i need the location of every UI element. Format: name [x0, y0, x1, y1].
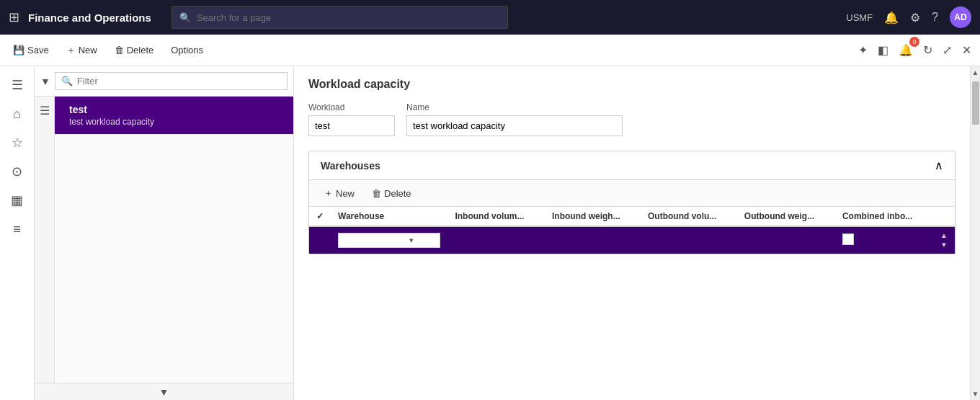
row-scroll-cell: ▲ ▼	[933, 226, 955, 254]
hamburger-icon[interactable]: ☰	[40, 104, 50, 117]
close-icon[interactable]: ✕	[959, 40, 974, 60]
filter-bar: ▼ 🔍	[35, 66, 293, 97]
warehouses-title: Warehouses	[321, 160, 380, 172]
warehouses-toolbar: ＋ New 🗑 Delete	[309, 180, 955, 207]
expand-icon[interactable]: ⤢	[940, 40, 955, 60]
sidebar-list-icon[interactable]: ≡	[4, 216, 30, 242]
col-check: ✓	[309, 207, 331, 226]
col-combined-inb: Combined inbo...	[835, 207, 933, 226]
new-icon: ＋	[66, 44, 76, 57]
list-scroll-down[interactable]: ▼	[35, 383, 293, 400]
combined-checkbox[interactable]	[842, 234, 854, 245]
delete-button[interactable]: 🗑 Delete	[107, 42, 161, 58]
warehouse-input[interactable]	[342, 235, 406, 246]
search-bar[interactable]: 🔍	[172, 6, 508, 29]
sidebar-icons: ☰ ⌂ ☆ ⊙ ▦ ≡	[0, 66, 35, 400]
main-layout: ☰ ⌂ ☆ ⊙ ▦ ≡ ▼ 🔍 ☰ test test workload cap…	[0, 66, 980, 400]
col-inbound-wt: Inbound weigh...	[545, 207, 641, 226]
left-panel: ▼ 🔍 ☰ test test workload capacity ▼	[35, 66, 294, 400]
grid-icon[interactable]: ⊞	[9, 9, 19, 25]
filter-icon: ▼	[40, 76, 50, 87]
list-items: test test workload capacity	[55, 97, 293, 383]
row-outbound-wt-cell[interactable]	[737, 226, 835, 254]
item-name: test	[69, 104, 285, 115]
table-header-row: ✓ Warehouse Inbound volum... Inbound wei…	[309, 207, 955, 226]
sidebar-star-icon[interactable]: ☆	[4, 130, 30, 156]
col-warehouse: Warehouse	[331, 207, 447, 226]
warehouses-new-icon: ＋	[324, 187, 333, 200]
row-warehouse-cell[interactable]: ▾	[331, 226, 447, 254]
toolbar: 💾 Save ＋ New 🗑 Delete Options ✦ ◧ 🔔 0 ↻ …	[0, 35, 980, 66]
toolbar-right: ✦ ◧ 🔔 0 ↻ ⤢ ✕	[855, 40, 974, 60]
table-row[interactable]: ▾	[309, 226, 955, 254]
col-inbound-vol: Inbound volum...	[447, 207, 545, 226]
filter-search-icon: 🔍	[61, 76, 73, 86]
top-nav: ⊞ Finance and Operations 🔍 USMF 🔔 ⚙ ? AD	[0, 0, 980, 35]
help-icon[interactable]: ?	[932, 11, 938, 24]
avatar[interactable]: AD	[950, 6, 971, 28]
save-button[interactable]: 💾 Save	[6, 42, 56, 58]
page-title: Workload capacity	[308, 78, 956, 91]
sidebar-home-icon[interactable]: ⌂	[4, 101, 30, 127]
col-outbound-wt: Outbound weig...	[737, 207, 835, 226]
row-scroll-down[interactable]: ▼	[940, 241, 948, 249]
scrollbar-down-arrow[interactable]: ▼	[970, 388, 980, 400]
warehouses-delete-button[interactable]: 🗑 Delete	[366, 186, 417, 201]
row-inbound-vol-cell[interactable]	[447, 226, 545, 254]
settings-icon[interactable]: ⚙	[910, 11, 920, 25]
new-button[interactable]: ＋ New	[59, 41, 104, 60]
toolbar-icon1[interactable]: ✦	[855, 40, 870, 60]
options-button[interactable]: Options	[164, 42, 210, 58]
filter-input[interactable]	[77, 76, 281, 86]
app-title: Finance and Operations	[28, 12, 151, 24]
warehouses-new-button[interactable]: ＋ New	[318, 185, 360, 202]
workload-field: Workload	[308, 102, 395, 136]
search-icon: 🔍	[179, 12, 191, 23]
notification-badge: 0	[909, 37, 919, 47]
scrollbar-up-arrow[interactable]: ▲	[970, 66, 980, 79]
col-scroll	[933, 207, 955, 226]
name-field: Name	[406, 102, 623, 136]
row-outbound-vol-cell[interactable]	[641, 226, 737, 254]
sidebar-workspace-icon[interactable]: ▦	[4, 187, 30, 213]
right-content: Workload capacity Workload Name Warehous…	[294, 66, 970, 400]
warehouses-collapse-icon[interactable]: ∧	[935, 159, 943, 172]
filter-input-container[interactable]: 🔍	[55, 72, 288, 90]
row-scroll-up[interactable]: ▲	[940, 231, 948, 239]
warehouses-delete-icon: 🗑	[372, 188, 381, 199]
hamburger-col: ☰	[35, 97, 55, 383]
toolbar-icon2[interactable]: ◧	[875, 40, 891, 60]
search-input[interactable]	[197, 12, 500, 23]
name-label: Name	[406, 102, 623, 112]
scrollbar-thumb[interactable]	[972, 81, 979, 125]
list-panel: ☰ test test workload capacity	[35, 97, 293, 383]
delete-icon: 🗑	[115, 45, 124, 55]
right-scrollbar: ▲ ▼	[970, 66, 980, 400]
warehouses-header: Warehouses ∧	[309, 151, 955, 180]
workload-input[interactable]	[308, 115, 395, 136]
form-row: Workload Name	[308, 102, 956, 136]
row-check-cell	[309, 226, 331, 254]
workload-label: Workload	[308, 102, 395, 112]
right-panel-container: Workload capacity Workload Name Warehous…	[294, 66, 980, 400]
save-icon: 💾	[13, 45, 24, 55]
row-inbound-wt-cell[interactable]	[545, 226, 641, 254]
warehouses-section: Warehouses ∧ ＋ New 🗑 Delete	[308, 151, 956, 254]
refresh-icon[interactable]: ↻	[920, 40, 935, 60]
sidebar-menu-icon[interactable]: ☰	[4, 72, 30, 98]
row-combined-cell[interactable]	[835, 226, 933, 254]
sidebar-recent-icon[interactable]: ⊙	[4, 159, 30, 185]
notification-icon[interactable]: 🔔	[884, 11, 899, 25]
warehouses-table: ✓ Warehouse Inbound volum... Inbound wei…	[309, 207, 955, 254]
item-sub: test workload capacity	[69, 117, 285, 127]
name-input[interactable]	[406, 115, 623, 136]
dropdown-arrow[interactable]: ▾	[409, 236, 414, 245]
user-code: USMF	[846, 12, 873, 23]
list-item[interactable]: test test workload capacity	[55, 97, 293, 135]
nav-items: USMF 🔔 ⚙ ? AD	[846, 6, 971, 28]
col-outbound-vol: Outbound volu...	[641, 207, 737, 226]
warehouse-dropdown[interactable]: ▾	[338, 233, 440, 248]
